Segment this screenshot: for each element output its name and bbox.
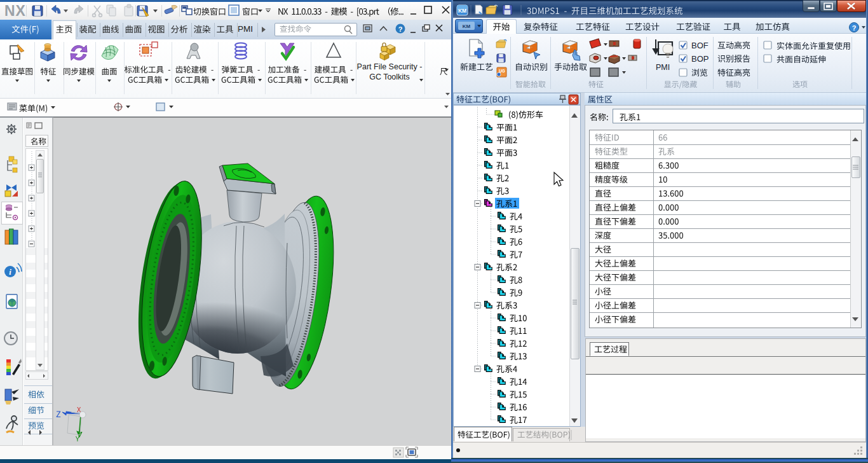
svg-text:KM: KM [463, 24, 471, 29]
svg-text:UG: UG [499, 69, 505, 73]
svg-text:i: i [9, 267, 11, 277]
svg-text:KM: KM [458, 8, 466, 14]
svg-text:?: ? [398, 25, 403, 33]
svg-text:?: ? [852, 24, 857, 32]
